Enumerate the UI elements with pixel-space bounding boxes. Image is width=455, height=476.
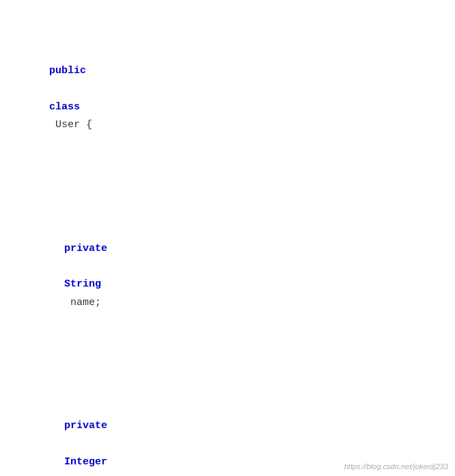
keyword-private1: private — [64, 243, 107, 254]
watermark: https://blog.csdn.net/jokerdj233 — [344, 462, 448, 471]
class-line: public class User { — [0, 44, 455, 153]
keyword-public: public — [49, 65, 86, 77]
code-container: public class User { private String name;… — [0, 0, 455, 476]
field-name-line: private String name; — [0, 222, 455, 330]
keyword-class: class — [49, 101, 80, 113]
keyword-private2: private — [64, 420, 107, 432]
type-integer1: Integer — [64, 456, 107, 468]
class-declaration: public class User { private String name;… — [0, 7, 455, 476]
type-string1: String — [64, 278, 101, 290]
